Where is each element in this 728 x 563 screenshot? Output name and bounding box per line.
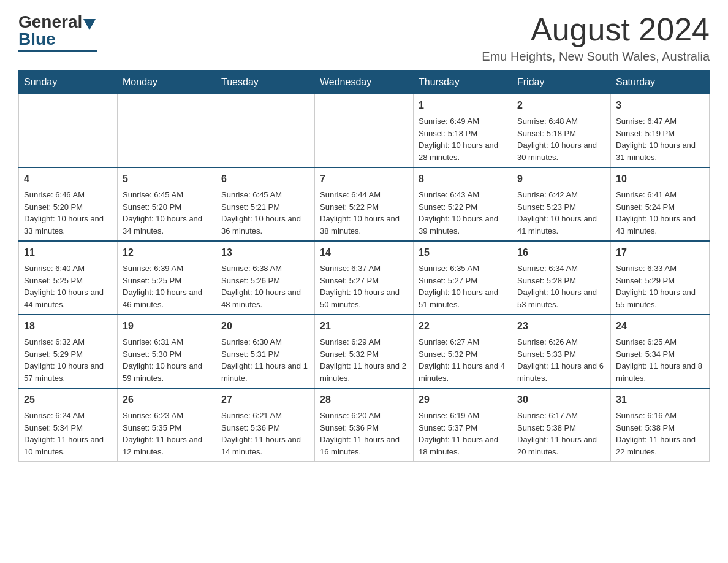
calendar-cell: 25Sunrise: 6:24 AM Sunset: 5:34 PM Dayli… (19, 388, 118, 462)
calendar-cell (118, 94, 216, 168)
day-number: 14 (320, 245, 408, 260)
day-info: Sunrise: 6:40 AM Sunset: 5:25 PM Dayligh… (24, 262, 112, 310)
day-number: 6 (221, 172, 309, 186)
calendar-cell: 20Sunrise: 6:30 AM Sunset: 5:31 PM Dayli… (216, 315, 315, 388)
day-number: 12 (123, 245, 211, 260)
day-info: Sunrise: 6:45 AM Sunset: 5:21 PM Dayligh… (221, 189, 309, 237)
day-number: 4 (24, 172, 112, 186)
calendar-cell: 9Sunrise: 6:42 AM Sunset: 5:23 PM Daylig… (512, 167, 611, 241)
day-number: 8 (419, 172, 507, 186)
calendar-cell: 2Sunrise: 6:48 AM Sunset: 5:18 PM Daylig… (512, 94, 611, 168)
calendar-cell: 4Sunrise: 6:46 AM Sunset: 5:20 PM Daylig… (19, 167, 118, 241)
day-info: Sunrise: 6:39 AM Sunset: 5:25 PM Dayligh… (123, 262, 211, 310)
calendar-cell: 12Sunrise: 6:39 AM Sunset: 5:25 PM Dayli… (118, 241, 216, 315)
day-header-sunday: Sunday (19, 71, 118, 94)
location-subtitle: Emu Heights, New South Wales, Australia (482, 50, 710, 64)
day-info: Sunrise: 6:38 AM Sunset: 5:26 PM Dayligh… (221, 262, 309, 310)
day-number: 29 (419, 393, 507, 407)
calendar-cell: 31Sunrise: 6:16 AM Sunset: 5:38 PM Dayli… (611, 388, 710, 462)
calendar-cell (216, 94, 315, 168)
calendar-cell: 14Sunrise: 6:37 AM Sunset: 5:27 PM Dayli… (315, 241, 414, 315)
calendar-cell: 13Sunrise: 6:38 AM Sunset: 5:26 PM Dayli… (216, 241, 315, 315)
day-number: 23 (517, 319, 605, 334)
day-info: Sunrise: 6:21 AM Sunset: 5:36 PM Dayligh… (221, 410, 309, 458)
day-info: Sunrise: 6:44 AM Sunset: 5:22 PM Dayligh… (320, 189, 408, 237)
day-info: Sunrise: 6:33 AM Sunset: 5:29 PM Dayligh… (616, 262, 704, 310)
calendar-week-row: 18Sunrise: 6:32 AM Sunset: 5:29 PM Dayli… (19, 315, 710, 388)
day-info: Sunrise: 6:30 AM Sunset: 5:31 PM Dayligh… (221, 336, 309, 384)
calendar-week-row: 4Sunrise: 6:46 AM Sunset: 5:20 PM Daylig… (19, 167, 710, 241)
calendar-week-row: 11Sunrise: 6:40 AM Sunset: 5:25 PM Dayli… (19, 241, 710, 315)
day-number: 11 (24, 245, 112, 260)
day-header-tuesday: Tuesday (216, 71, 315, 94)
calendar-cell: 17Sunrise: 6:33 AM Sunset: 5:29 PM Dayli… (611, 241, 710, 315)
day-number: 20 (221, 319, 309, 334)
day-info: Sunrise: 6:23 AM Sunset: 5:35 PM Dayligh… (123, 410, 211, 458)
day-info: Sunrise: 6:32 AM Sunset: 5:29 PM Dayligh… (24, 336, 112, 384)
day-info: Sunrise: 6:48 AM Sunset: 5:18 PM Dayligh… (517, 115, 605, 163)
day-number: 25 (24, 393, 112, 407)
day-number: 30 (517, 393, 605, 407)
day-number: 27 (221, 393, 309, 407)
day-info: Sunrise: 6:24 AM Sunset: 5:34 PM Dayligh… (24, 410, 112, 458)
calendar-cell: 24Sunrise: 6:25 AM Sunset: 5:34 PM Dayli… (611, 315, 710, 388)
calendar-cell: 10Sunrise: 6:41 AM Sunset: 5:24 PM Dayli… (611, 167, 710, 241)
day-number: 21 (320, 319, 408, 334)
day-info: Sunrise: 6:27 AM Sunset: 5:32 PM Dayligh… (419, 336, 507, 384)
month-title: August 2024 (482, 12, 710, 47)
day-header-monday: Monday (118, 71, 216, 94)
day-header-saturday: Saturday (611, 71, 710, 94)
day-number: 24 (616, 319, 704, 334)
calendar-header-row: SundayMondayTuesdayWednesdayThursdayFrid… (19, 71, 710, 94)
day-header-friday: Friday (512, 71, 611, 94)
calendar-cell: 1Sunrise: 6:49 AM Sunset: 5:18 PM Daylig… (414, 94, 512, 168)
day-info: Sunrise: 6:37 AM Sunset: 5:27 PM Dayligh… (320, 262, 408, 310)
day-info: Sunrise: 6:19 AM Sunset: 5:37 PM Dayligh… (419, 410, 507, 458)
day-info: Sunrise: 6:43 AM Sunset: 5:22 PM Dayligh… (419, 189, 507, 237)
calendar-cell: 16Sunrise: 6:34 AM Sunset: 5:28 PM Dayli… (512, 241, 611, 315)
day-info: Sunrise: 6:26 AM Sunset: 5:33 PM Dayligh… (517, 336, 605, 384)
calendar-cell: 6Sunrise: 6:45 AM Sunset: 5:21 PM Daylig… (216, 167, 315, 241)
calendar-table: SundayMondayTuesdayWednesdayThursdayFrid… (18, 70, 710, 462)
day-info: Sunrise: 6:46 AM Sunset: 5:20 PM Dayligh… (24, 189, 112, 237)
calendar-week-row: 1Sunrise: 6:49 AM Sunset: 5:18 PM Daylig… (19, 94, 710, 168)
day-number: 15 (419, 245, 507, 260)
day-number: 17 (616, 245, 704, 260)
day-info: Sunrise: 6:20 AM Sunset: 5:36 PM Dayligh… (320, 410, 408, 458)
day-number: 10 (616, 172, 704, 186)
logo-triangle-icon (83, 19, 96, 30)
calendar-cell (19, 94, 118, 168)
calendar-cell: 19Sunrise: 6:31 AM Sunset: 5:30 PM Dayli… (118, 315, 216, 388)
day-number: 22 (419, 319, 507, 334)
day-number: 3 (616, 98, 704, 113)
calendar-cell: 22Sunrise: 6:27 AM Sunset: 5:32 PM Dayli… (414, 315, 512, 388)
day-info: Sunrise: 6:41 AM Sunset: 5:24 PM Dayligh… (616, 189, 704, 237)
day-number: 19 (123, 319, 211, 334)
day-info: Sunrise: 6:47 AM Sunset: 5:19 PM Dayligh… (616, 115, 704, 163)
day-info: Sunrise: 6:17 AM Sunset: 5:38 PM Dayligh… (517, 410, 605, 458)
title-area: August 2024 Emu Heights, New South Wales… (482, 12, 710, 64)
logo: General Blue (18, 12, 97, 52)
day-number: 26 (123, 393, 211, 407)
calendar-cell: 27Sunrise: 6:21 AM Sunset: 5:36 PM Dayli… (216, 388, 315, 462)
calendar-week-row: 25Sunrise: 6:24 AM Sunset: 5:34 PM Dayli… (19, 388, 710, 462)
day-info: Sunrise: 6:42 AM Sunset: 5:23 PM Dayligh… (517, 189, 605, 237)
day-info: Sunrise: 6:34 AM Sunset: 5:28 PM Dayligh… (517, 262, 605, 310)
day-number: 28 (320, 393, 408, 407)
calendar-cell: 3Sunrise: 6:47 AM Sunset: 5:19 PM Daylig… (611, 94, 710, 168)
day-number: 1 (419, 98, 507, 113)
calendar-cell: 11Sunrise: 6:40 AM Sunset: 5:25 PM Dayli… (19, 241, 118, 315)
logo-blue-text: Blue (18, 29, 56, 49)
calendar-cell: 28Sunrise: 6:20 AM Sunset: 5:36 PM Dayli… (315, 388, 414, 462)
day-number: 9 (517, 172, 605, 186)
day-header-wednesday: Wednesday (315, 71, 414, 94)
day-info: Sunrise: 6:35 AM Sunset: 5:27 PM Dayligh… (419, 262, 507, 310)
calendar-cell: 23Sunrise: 6:26 AM Sunset: 5:33 PM Dayli… (512, 315, 611, 388)
day-number: 2 (517, 98, 605, 113)
day-info: Sunrise: 6:49 AM Sunset: 5:18 PM Dayligh… (419, 115, 507, 163)
calendar-cell: 18Sunrise: 6:32 AM Sunset: 5:29 PM Dayli… (19, 315, 118, 388)
calendar-cell: 15Sunrise: 6:35 AM Sunset: 5:27 PM Dayli… (414, 241, 512, 315)
calendar-cell: 26Sunrise: 6:23 AM Sunset: 5:35 PM Dayli… (118, 388, 216, 462)
day-number: 13 (221, 245, 309, 260)
day-info: Sunrise: 6:31 AM Sunset: 5:30 PM Dayligh… (123, 336, 211, 384)
